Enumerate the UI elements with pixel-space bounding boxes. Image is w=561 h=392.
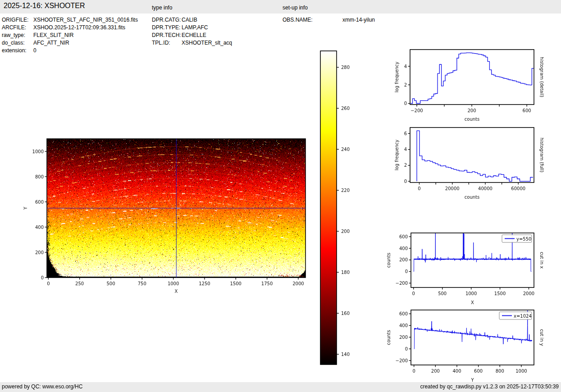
cut-in-x-plot: 0500100015002000−2000200400600Xcountscut… [386, 216, 544, 305]
type-info-value: LAMP,AFC [182, 24, 208, 32]
histogram-detail-xlabel: counts [465, 117, 479, 122]
type-info-label: TPL.ID: [152, 39, 182, 47]
file-info-value: 0 [33, 47, 36, 55]
cut-in-x-xtick-label: 500 [438, 291, 447, 296]
histogram-full-xlabel: counts [465, 195, 479, 200]
header-bar: 2025-12-16: XSHOOTER type info set-up in… [0, 0, 561, 14]
cut-in-x-ytick-label: 600 [399, 234, 408, 239]
cut-in-y-ytick-label: 200 [399, 335, 408, 340]
cut-in-y-legend-box [499, 312, 532, 319]
detector-image-xtick-label: 500 [106, 281, 115, 286]
file-info-row: raw_type:FLEX_SLIT_NIR [2, 32, 138, 39]
setup-info-block: OBS.NAME:xmm-14-yilun [283, 16, 375, 24]
detector-image-ytick-label: 400 [35, 225, 44, 230]
colorbar-tick-label: 160 [341, 311, 350, 316]
footer-created-by: created by qc_rawdisp.py v1.2.3 on 2025-… [420, 383, 559, 390]
type-info-value: ECHELLE [182, 32, 206, 39]
cut-in-x-ytick-label: 200 [399, 257, 408, 262]
cut-in-y-xtick-label: 400 [452, 369, 461, 374]
setup-info-value: xmm-14-yilun [342, 16, 375, 24]
detector-image-ytick-label: 1000 [32, 149, 44, 154]
detector-image-canvas [47, 139, 306, 278]
cut-in-x-legend-box [502, 235, 532, 242]
histogram-full-xtick-label: 0 [418, 186, 420, 191]
type-info-value: XSHOOTER_slt_acq [182, 39, 232, 47]
detector-image-xtick-label: 0 [47, 281, 50, 286]
footer-powered-by: powered by QC: www.eso.org/HC [2, 383, 82, 390]
section-title-setup-info: set-up info [283, 5, 308, 11]
footer-bar: powered by QC: www.eso.org/HC created by… [0, 382, 561, 392]
histogram-detail-xtick-label: 200 [467, 108, 476, 113]
cut-in-y-ytick-label: 600 [399, 311, 408, 316]
detector-image-xtick-label: 1500 [230, 281, 242, 286]
histogram-detail-xtick-label: 600 [523, 108, 531, 113]
file-info-row: ORIGFILE:XSHOOTER_SLT_AFC_NIR_351_0016.f… [2, 16, 138, 24]
detector-image-ylabel: Y [23, 206, 28, 210]
histogram-full-right-label: histogram (full) [539, 137, 544, 172]
cut-in-x-ytick-label: 400 [399, 246, 408, 251]
cut-in-x-ylabel: counts [386, 253, 391, 268]
detector-image-xtick-label: 1000 [168, 281, 179, 286]
histogram-full-xtick-label: 40000 [478, 186, 493, 191]
file-info-row: extension:0 [2, 47, 138, 55]
cut-in-y-ytick-label: −200 [396, 358, 408, 363]
cut-in-y-ytick-label: 0 [405, 346, 408, 351]
cut-in-y-frame [411, 310, 534, 365]
cut-in-x-right-label: cut in x [539, 252, 544, 269]
type-info-row: DPR.CATG:CALIB [152, 16, 232, 24]
colorbar-tick-label: 280 [341, 65, 350, 70]
cut-in-y-ytick-label: 400 [399, 323, 408, 328]
histogram-full-frame [410, 128, 534, 182]
type-info-block: DPR.CATG:CALIBDPR.TYPE:LAMP,AFCDPR.TECH:… [152, 16, 232, 47]
type-info-row: TPL.ID:XSHOOTER_slt_acq [152, 39, 232, 47]
file-info-label: ARCFILE: [2, 24, 33, 32]
colorbar-tick-label: 240 [341, 147, 350, 152]
type-info-row: DPR.TECH:ECHELLE [152, 32, 232, 39]
histogram-detail-xtick-label: −200 [410, 108, 423, 113]
cut-in-y-series [414, 310, 532, 349]
cut-in-y-plot: 02004006008001000−2000200400600Ycountscu… [386, 310, 544, 383]
cut-in-y-xtick-label: 1000 [515, 369, 527, 374]
cut-in-y-ylabel: counts [386, 330, 391, 345]
histogram-detail-frame [410, 50, 534, 105]
cut-in-x-xtick-label: 2000 [523, 291, 534, 296]
file-info-block: ORIGFILE:XSHOOTER_SLT_AFC_NIR_351_0016.f… [2, 16, 138, 55]
histogram-full-plot: 02000040000600000246countslog frequencyh… [394, 128, 544, 200]
detector-image-ytick-label: 800 [35, 174, 44, 179]
page-title: 2025-12-16: XSHOOTER [4, 2, 85, 10]
file-info-value: FLEX_SLIT_NIR [33, 32, 73, 39]
type-info-label: DPR.TECH: [152, 32, 182, 39]
detector-image-ytick-label: 200 [35, 250, 44, 255]
cut-in-x-xlabel: X [471, 300, 474, 305]
detector-image-xtick-label: 250 [75, 281, 84, 286]
file-info-label: raw_type: [2, 32, 33, 39]
colorbar-tick-label: 180 [341, 270, 350, 275]
colorbar-tick-label: 140 [341, 352, 350, 357]
colorbar-gradient [320, 51, 337, 365]
colorbar-tick-label: 200 [341, 229, 350, 234]
histogram-full-ylabel: log frequency [394, 140, 399, 171]
histogram-detail-ytick-label: 2 [404, 82, 407, 87]
cut-in-y-xtick-label: 200 [431, 369, 440, 374]
type-info-label: DPR.TYPE: [152, 24, 182, 32]
file-info-value: XSHOO.2025-12-17T02:09:36.331.fits [33, 24, 125, 32]
qc-report-page: 2025-12-16: XSHOOTER type info set-up in… [0, 0, 561, 392]
cut-in-y-xtick-label: 600 [474, 369, 483, 374]
detector-image-xtick-label: 1250 [199, 281, 210, 286]
histogram-full-ytick-label: 0 [404, 179, 407, 184]
colorbar-tick-label: 220 [341, 188, 350, 193]
histogram-detail-ytick-label: 4 [404, 64, 407, 69]
cut-in-y-xtick-label: 800 [496, 369, 504, 374]
cut-in-x-ytick-label: 0 [405, 269, 408, 274]
histogram-full-ytick-label: 6 [404, 131, 407, 136]
histogram-detail-ylabel: log frequency [394, 62, 399, 93]
file-info-label: extension: [2, 47, 33, 55]
cut-in-x-frame [411, 233, 534, 287]
file-info-value: XSHOOTER_SLT_AFC_NIR_351_0016.fits [33, 16, 138, 24]
detector-image-xtick-label: 750 [138, 281, 146, 286]
file-info-row: ARCFILE:XSHOO.2025-12-17T02:09:36.331.fi… [2, 24, 138, 32]
colorbar-tick-label: 260 [341, 106, 350, 111]
cut-in-y-right-label: cut in y [539, 329, 544, 346]
histogram-detail-ytick-label: 0 [404, 101, 407, 106]
cut-in-x-xtick-label: 1000 [465, 291, 477, 296]
